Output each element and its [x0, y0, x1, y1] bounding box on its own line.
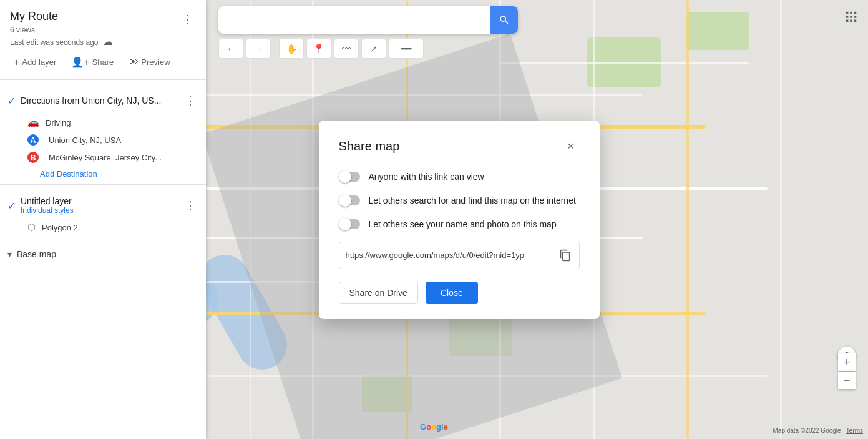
directions-layer-checkbox[interactable]: ✓	[7, 95, 16, 107]
toggle-name-photo[interactable]	[339, 218, 361, 230]
toggle-1-label: Anyone with this link can view	[369, 172, 484, 182]
line-button[interactable]: 〰	[334, 39, 359, 59]
driving-item[interactable]: 🚗 Driving	[0, 114, 206, 131]
view-count: 6 views	[10, 26, 35, 34]
untitled-layer-checkbox[interactable]: ✓	[7, 200, 16, 212]
direction-button[interactable]: ↗	[361, 39, 386, 59]
base-map-label: Base map	[17, 249, 56, 259]
sidebar-menu-dots[interactable]: ⋮	[180, 10, 196, 29]
point-b-icon: B	[27, 152, 39, 163]
copy-url-button[interactable]	[554, 244, 577, 267]
driving-label: Driving	[46, 118, 71, 127]
point-a-item[interactable]: A Union City, NJ, USA	[0, 131, 206, 149]
untitled-layer-header[interactable]: ✓ Untitled layer Individual styles ⋮	[0, 192, 206, 219]
polygon-icon: ⬡	[27, 222, 36, 233]
last-edit: Last edit was seconds ago	[10, 38, 98, 47]
directions-layer-menu[interactable]: ⋮	[182, 91, 198, 110]
toggle-2-label: Let others search for and find this map …	[369, 195, 576, 205]
directions-layer-title: Directions from Union City, NJ, US...	[21, 96, 182, 106]
toolbar-sep-1	[275, 41, 275, 56]
toggle-anyone-link[interactable]	[339, 170, 361, 183]
redo-button[interactable]: →	[246, 39, 271, 59]
preview-button[interactable]: 👁 Preview	[122, 52, 176, 72]
polygon-2-item[interactable]: ⬡ Polygon 2	[0, 219, 206, 236]
search-icon	[499, 14, 510, 26]
untitled-layer: ✓ Untitled layer Individual styles ⋮ ⬡ P…	[0, 190, 206, 239]
toggle-3-label: Let others see your name and photo on th…	[369, 219, 557, 229]
add-destination-link[interactable]: Add Destination	[0, 166, 206, 182]
point-a-icon: A	[27, 134, 39, 146]
zoom-in-button[interactable]: +	[838, 353, 856, 371]
directions-layer-header[interactable]: ✓ Directions from Union City, NJ, US... …	[0, 87, 206, 114]
undo-button[interactable]: ←	[218, 39, 243, 59]
zoom-controls: + −	[838, 353, 856, 389]
search-box	[218, 6, 518, 34]
toggle-row-2: Let others search for and find this map …	[339, 194, 580, 207]
cloud-icon: ☁	[103, 36, 113, 47]
close-dialog-button[interactable]: Close	[426, 282, 478, 304]
preview-icon: 👁	[129, 57, 139, 68]
marker-button[interactable]: 📍	[306, 39, 331, 59]
search-button[interactable]	[490, 6, 518, 34]
dialog-title: Share map	[339, 139, 400, 154]
dialog-header: Share map ×	[339, 138, 580, 155]
untitled-layer-menu[interactable]: ⋮	[182, 196, 198, 215]
toggle-search[interactable]	[339, 194, 361, 207]
untitled-layer-title: Untitled layer Individual styles	[21, 196, 182, 215]
url-input[interactable]	[346, 250, 549, 260]
sidebar: My Route 6 views Last edit was seconds a…	[0, 0, 206, 439]
base-map-chevron-icon: ▾	[7, 249, 12, 259]
map-attribution: Map data ©2022 Google Terms	[773, 427, 863, 434]
hand-tool-button[interactable]: ✋	[279, 39, 304, 59]
url-row	[339, 242, 580, 269]
point-b-item[interactable]: B McGinley Square, Jersey City...	[0, 149, 206, 166]
toggle-3-thumb	[339, 218, 351, 230]
add-layer-icon: +	[14, 57, 19, 68]
toggle-row-1: Anyone with this link can view	[339, 170, 580, 183]
share-button[interactable]: 👤+ Share	[65, 52, 120, 72]
add-layer-button[interactable]: + Add layer	[7, 52, 62, 72]
polygon-2-label: Polygon 2	[42, 223, 78, 232]
dialog-close-button[interactable]: ×	[562, 138, 580, 155]
driving-icon: 🚗	[27, 117, 39, 128]
google-logo: Google	[420, 422, 448, 432]
toolbar: ← → ✋ 📍 〰 ↗ ━━	[218, 39, 424, 59]
top-bar	[218, 6, 831, 34]
measure-button[interactable]: ━━	[389, 39, 424, 59]
base-map-section[interactable]: ▾ Base map	[0, 244, 206, 264]
toggle-1-thumb	[339, 170, 351, 183]
dialog-actions: Share on Drive Close	[339, 282, 580, 304]
copy-icon	[559, 249, 572, 262]
toggle-row-3: Let others see your name and photo on th…	[339, 218, 580, 230]
point-b-label: McGinley Square, Jersey City...	[49, 153, 162, 162]
map-title: My Route	[10, 10, 113, 23]
grid-icon[interactable]	[844, 10, 858, 27]
share-on-drive-button[interactable]: Share on Drive	[339, 282, 418, 304]
sidebar-actions: + Add layer 👤+ Share 👁 Preview	[0, 52, 206, 79]
share-icon: 👤+	[71, 56, 89, 68]
toggle-2-thumb	[339, 194, 351, 207]
search-input[interactable]	[226, 15, 490, 26]
point-a-label: Union City, NJ, USA	[49, 136, 121, 145]
share-dialog: Share map × Anyone with this link can vi…	[319, 121, 600, 319]
sidebar-header: My Route 6 views Last edit was seconds a…	[0, 0, 206, 52]
terms-link[interactable]: Terms	[846, 427, 863, 434]
directions-layer: ✓ Directions from Union City, NJ, US... …	[0, 85, 206, 184]
zoom-out-button[interactable]: −	[838, 372, 856, 389]
